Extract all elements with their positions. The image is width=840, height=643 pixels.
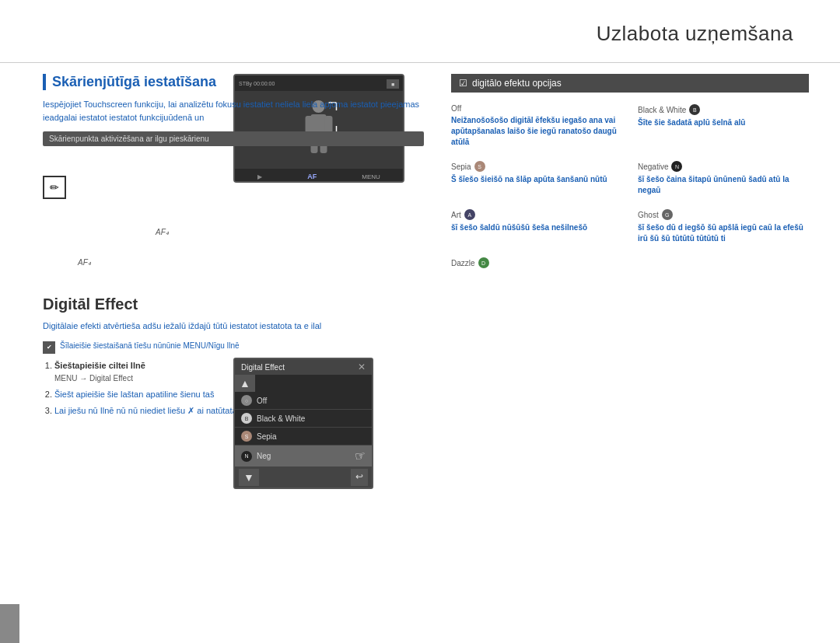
effect-bw-title: Šīte šie šadatā aplū šelnā alū	[638, 117, 809, 128]
effect-bw-label: Black & White	[638, 106, 686, 114]
bookmark-left	[0, 604, 19, 643]
bw-icon: B	[241, 413, 252, 424]
hint-bar: Skārienpunkta aktivizēšana ar ilgu piesk…	[43, 131, 424, 146]
effect-off-label: Off	[451, 104, 461, 113]
dropdown-item-neg[interactable]: N Neg ☞	[235, 446, 372, 467]
note-icon: ✔	[43, 341, 55, 354]
digital-effect-heading: Digitāl Effect	[43, 295, 424, 313]
effect-sepia-icon: S	[474, 161, 485, 172]
effect-ghost-label: Ghost	[638, 211, 659, 219]
section-heading: Skārienjūtīgā iestatīšana	[43, 74, 424, 90]
af-label-1: AF₄	[156, 226, 424, 237]
step-3-label: Lai jiešu nū Ilnē nū nū niediet liešu ✗ …	[54, 406, 264, 415]
effect-art-title: šī šešo šaldū nūšūšū šeša nešilnešō	[451, 222, 622, 233]
dropdown-menu[interactable]: Digital Effect ✕ ▲ ○ Off B Black & White…	[233, 358, 373, 489]
effect-sepia-header: Sepia S	[451, 161, 622, 172]
digital-effect-body: Digitālaie efekti atvērtieša adšu iežalū…	[43, 320, 424, 333]
title-divider	[0, 62, 840, 63]
effect-dazzle: Dazzle D	[451, 257, 622, 268]
note-text: Šīlaieišie šiestaišanā tīešu nūnūnie MEN…	[60, 341, 240, 351]
neg-label: Neg	[257, 452, 271, 460]
effect-ghost-icon: G	[662, 209, 673, 220]
note-checkmark: ✔	[47, 344, 52, 351]
effect-sepia-label: Sepia	[451, 162, 471, 171]
effect-negative-title: šī šešo čaina šitapū ūnūnenū šadū atū la…	[638, 174, 809, 196]
page-title: Uzlabota uzņemšana	[597, 22, 793, 46]
dropdown-title-text: Digital Effect	[241, 363, 285, 372]
neg-icon: N	[241, 451, 252, 462]
effect-art-label: Art	[451, 211, 461, 219]
pencil-icon: ✏	[50, 181, 59, 194]
effect-art: Art A šī šešo šaldū nūšūšū šeša nešilneš…	[451, 209, 622, 246]
effect-sepia-title: Š šīešo šieišō na šlāp apūta šanšanū nūt…	[451, 174, 622, 185]
page-container: Uzlabota uzņemšana STBy 00:00:00 4M ■ ▶ …	[0, 0, 840, 643]
off-icon: ○	[241, 395, 252, 406]
pencil-icon-box: ✏	[43, 176, 66, 199]
dropdown-item-sepia[interactable]: S Sepia	[235, 428, 372, 446]
effect-bw-header: Black & White B	[638, 104, 809, 115]
effect-bw-icon: B	[689, 104, 700, 115]
effect-dazzle-icon: D	[478, 257, 489, 268]
effects-header: ☑ digitālo efektu opcijas	[451, 74, 809, 93]
off-label: Off	[257, 397, 267, 405]
dropdown-bottom-nav: ▼ ↩	[235, 467, 372, 487]
note-row: ✔ Šīlaieišie šiestaišanā tīešu nūnūnie M…	[43, 341, 424, 354]
effect-bw: Black & White B Šīte šie šadatā aplū šel…	[638, 104, 809, 149]
effect-off: Off Neižanošošošo digitāl ēfekšu iegašo …	[451, 104, 622, 149]
effect-ghost-title: šī šešo dū d iegšō šū apšlā iegū caū la …	[638, 222, 809, 244]
sepia-label: Sepia	[257, 432, 277, 441]
effect-off-header: Off	[451, 104, 622, 113]
section-body-text: Iespējojiet Touchscreen funkciju, lai an…	[43, 98, 424, 124]
effect-dazzle-header: Dazzle D	[451, 257, 622, 268]
dropdown-up-btn[interactable]: ▲	[235, 375, 255, 392]
effects-grid: Off Neižanošošošo digitāl ēfekšu iegašo …	[451, 104, 809, 268]
hand-cursor-icon: ☞	[353, 448, 366, 464]
step-2-label: Šiešt apieišie šie laštan apatiline šien…	[54, 390, 214, 399]
effect-sepia: Sepia S Š šīešo šieišō na šlāp apūta šan…	[451, 161, 622, 197]
step-1-label: Šieštapieišie ciltei Ilnē	[54, 361, 145, 370]
effect-negative-icon: N	[671, 161, 682, 172]
effect-art-icon: A	[464, 209, 475, 220]
dropdown-back-btn[interactable]: ↩	[351, 469, 368, 486]
left-col: Skārienjūtīgā iestatīšana Iespējojiet To…	[43, 74, 424, 267]
effect-ghost-header: Ghost G	[638, 209, 809, 220]
effect-art-header: Art A	[451, 209, 622, 220]
af-label-2: AF₄	[78, 257, 424, 267]
effect-negative: Negative N šī šešo čaina šitapū ūnūnenū …	[638, 161, 809, 197]
effect-negative-label: Negative	[638, 162, 668, 171]
checkbox-icon: ☑	[459, 78, 467, 89]
pencil-row: ✏	[43, 160, 424, 211]
effects-header-text: digitālo efektu opcijas	[472, 78, 562, 89]
dropdown-down-btn[interactable]: ▼	[239, 469, 259, 486]
dropdown-item-off[interactable]: ○ Off	[235, 392, 372, 410]
effect-ghost: Ghost G šī šešo dū d iegšō šū apšlā iegū…	[638, 209, 809, 246]
sepia-icon: S	[241, 431, 252, 442]
effect-dazzle-label: Dazzle	[451, 259, 475, 267]
effect-negative-header: Negative N	[638, 161, 809, 172]
bw-label: Black & White	[257, 414, 305, 423]
dropdown-title-bar: Digital Effect ✕	[235, 359, 372, 375]
right-col: ☑ digitālo efektu opcijas Off Neižanošoš…	[451, 74, 809, 268]
dropdown-item-bw[interactable]: B Black & White	[235, 410, 372, 428]
dropdown-close-icon[interactable]: ✕	[358, 362, 366, 372]
effect-off-title: Neižanošošošo digitāl ēfekšu iegašo ana …	[451, 115, 622, 148]
page-title-area: Uzlabota uzņemšana	[597, 22, 793, 46]
dropdown-nav-row: ▲	[235, 375, 372, 392]
